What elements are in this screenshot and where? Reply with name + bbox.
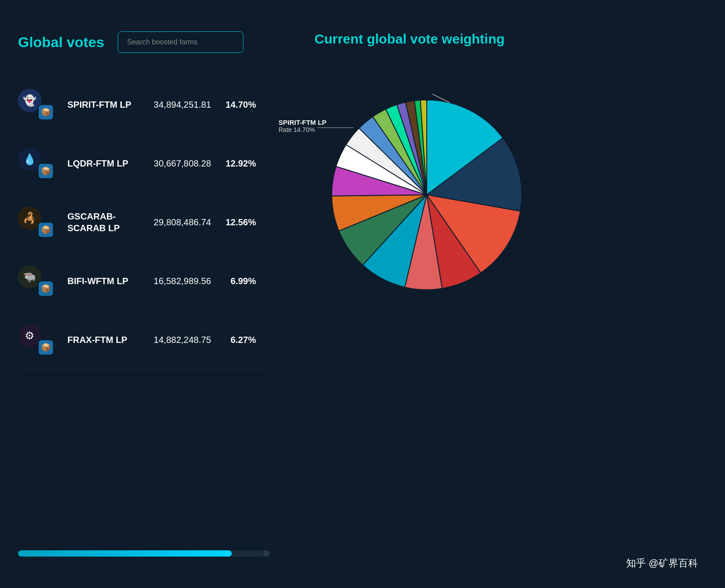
list-item: 👻 📦 SPIRIT-FTM LP 34,894,251.81 14.70% [18,75,270,134]
farm-percent: 6.27% [211,335,256,345]
chart-container: SPIRIT-FTM LP Rate 14.70% [314,83,539,307]
chart-label-name: SPIRIT-FTM LP [279,118,327,126]
farm-percent: 12.56% [211,217,256,228]
farm-name: GSCARAB-SCARAB LP [67,211,139,234]
farm-name: FRAX-FTM LP [67,334,139,346]
farm-icon-group: 👻 📦 [18,89,54,120]
right-panel: Current global vote weighting SPIRIT-FTM… [287,18,725,570]
farm-icon-secondary: 📦 [38,163,54,179]
left-header: Global votes [18,31,270,53]
farm-icon-group: 🐃 📦 [18,265,54,297]
bottom-scrollbar-thumb [18,550,232,557]
farm-name: BIFI-WFTM LP [67,275,139,287]
farm-name: SPIRIT-FTM LP [67,99,139,110]
farm-name: LQDR-FTM LP [67,158,139,169]
farm-list-wrapper: 👻 📦 SPIRIT-FTM LP 34,894,251.81 14.70% 💧… [18,75,270,541]
list-item: 🐃 📦 BIFI-WFTM LP 16,582,989.56 6.99% [18,252,270,311]
farm-icon-group: 🦂 📦 [18,206,54,238]
farm-icon-group: ⚙ 📦 [18,324,54,355]
bottom-scrollbar[interactable] [18,550,270,557]
page-title: Global votes [18,34,104,51]
farm-value: 14,882,248.75 [139,335,211,345]
bottom-scrollbar-end [263,550,270,557]
farm-icon-secondary: 📦 [38,222,54,238]
farm-value: 29,808,486.74 [139,217,211,228]
farm-percent: 12.92% [211,158,256,169]
list-item: ⚙ 📦 FRAX-FTM LP 14,882,248.75 6.27% [18,311,270,369]
farm-percent: 14.70% [211,100,256,110]
chart-label-line [318,127,354,128]
farm-value: 16,582,989.56 [139,276,211,286]
pie-chart [314,83,539,307]
list-item: 💧 📦 LQDR-FTM LP 30,667,808.28 12.92% [18,134,270,193]
watermark: 知乎 @矿界百科 [626,557,698,570]
search-input[interactable] [118,31,243,53]
chart-title: Current global vote weighting [314,31,504,47]
left-panel: Global votes 👻 📦 SPIRIT-FTM LP 34,894,25… [0,18,287,570]
farm-icon-secondary: 📦 [38,104,54,120]
farm-icon-group: 💧 📦 [18,148,54,179]
list-item: 🦂 📦 GSCARAB-SCARAB LP 29,808,486.74 12.5… [18,193,270,252]
farm-list: 👻 📦 SPIRIT-FTM LP 34,894,251.81 14.70% 💧… [18,75,270,369]
farm-icon-secondary: 📦 [38,281,54,297]
chart-label: SPIRIT-FTM LP Rate 14.70% [279,118,327,133]
farm-value: 30,667,808.28 [139,158,211,169]
farm-percent: 6.99% [211,276,256,286]
farm-icon-secondary: 📦 [38,339,54,355]
farm-value: 34,894,251.81 [139,100,211,110]
